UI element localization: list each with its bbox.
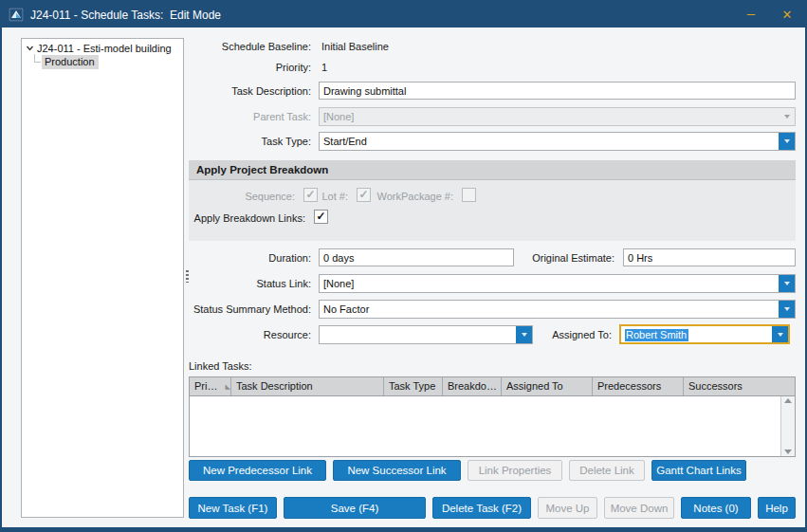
delete-link-button: Delete Link bbox=[569, 460, 645, 481]
apply-project-breakdown-header: Apply Project Breakdown bbox=[189, 160, 796, 180]
column-header-successors[interactable]: Successors bbox=[684, 377, 795, 395]
tree-node-production-label: Production bbox=[42, 55, 99, 69]
parent-task-combo: [None] bbox=[319, 107, 796, 126]
save-button[interactable]: Save (F4) bbox=[284, 497, 426, 519]
resource-dropdown-icon[interactable] bbox=[516, 326, 532, 343]
notes-button[interactable]: Notes (0) bbox=[681, 497, 751, 519]
priority-value: 1 bbox=[321, 62, 327, 73]
apply-breakdown-links-checkbox[interactable]: ✓ bbox=[314, 210, 328, 224]
minimize-button[interactable]: – bbox=[733, 2, 769, 28]
task-tree-panel: J24-011 - Esti-model building Production bbox=[21, 38, 184, 518]
column-header-breakdown[interactable]: Breakdo… bbox=[443, 377, 502, 395]
apply-project-breakdown-body bbox=[189, 180, 796, 241]
resource-value bbox=[320, 326, 516, 343]
task-type-value: Start/End bbox=[320, 133, 779, 150]
column-header-predecessors[interactable]: Predecessors bbox=[593, 377, 684, 395]
status-summary-method-combo[interactable]: No Factor bbox=[319, 300, 796, 319]
original-estimate-label: Original Estimate: bbox=[532, 252, 614, 264]
delete-task-button[interactable]: Delete Task (F2) bbox=[432, 497, 531, 519]
assigned-to-label: Assigned To: bbox=[552, 329, 612, 340]
status-summary-method-dropdown-icon[interactable] bbox=[779, 301, 795, 318]
duration-label: Duration: bbox=[268, 252, 311, 264]
schedule-baseline-label: Schedule Baseline: bbox=[222, 41, 311, 52]
close-button[interactable]: ✕ bbox=[769, 2, 805, 28]
scrollbar-up-icon[interactable] bbox=[784, 398, 792, 403]
sequence-label: Sequence: bbox=[245, 191, 295, 202]
titlebar: J24-011 - Schedule Tasks: Edit Mode – ✕ bbox=[2, 2, 805, 28]
link-properties-button: Link Properties bbox=[468, 460, 562, 481]
schedule-tasks-dialog: J24-011 - Schedule Tasks: Edit Mode – ✕ … bbox=[0, 0, 807, 532]
parent-task-value: [None] bbox=[320, 108, 779, 125]
linked-tasks-table-body bbox=[190, 396, 795, 456]
panel-splitter-grip[interactable] bbox=[186, 270, 189, 283]
tree-node-root[interactable]: J24-011 - Esti-model building bbox=[22, 39, 183, 54]
apply-breakdown-links-label: Apply Breakdown Links: bbox=[194, 212, 305, 224]
new-successor-link-button[interactable]: New Successor Link bbox=[333, 460, 461, 481]
resource-label: Resource: bbox=[264, 329, 311, 340]
task-description-input[interactable] bbox=[319, 82, 796, 100]
assigned-to-value: Robert Smith bbox=[621, 326, 772, 342]
move-down-button: Move Down bbox=[604, 497, 674, 519]
parent-task-label: Parent Task: bbox=[253, 111, 311, 122]
task-type-dropdown-icon[interactable] bbox=[779, 133, 795, 150]
status-summary-method-label: Status Summary Method: bbox=[193, 303, 311, 315]
status-link-dropdown-icon[interactable] bbox=[779, 275, 795, 292]
resource-combo[interactable] bbox=[319, 325, 533, 344]
duration-input[interactable] bbox=[319, 248, 514, 266]
sort-icon: ◣ bbox=[225, 383, 229, 391]
task-description-label: Task Description: bbox=[231, 85, 311, 97]
lot-number-checkbox: ✓ bbox=[357, 188, 371, 202]
assigned-to-dropdown-icon[interactable] bbox=[772, 326, 788, 342]
parent-task-dropdown-icon bbox=[779, 108, 795, 125]
linked-tasks-empty-area bbox=[190, 396, 780, 456]
chevron-down-icon[interactable] bbox=[25, 44, 35, 53]
column-header-task-type[interactable]: Task Type bbox=[384, 377, 443, 395]
priority-label: Priority: bbox=[276, 62, 311, 73]
window-title: J24-011 - Schedule Tasks: Edit Mode bbox=[30, 9, 221, 22]
schedule-baseline-value: Initial Baseline bbox=[321, 41, 389, 52]
linked-tasks-label: Linked Tasks: bbox=[189, 360, 251, 372]
help-button[interactable]: Help bbox=[758, 497, 796, 519]
gantt-chart-links-button[interactable]: Gantt Chart Links bbox=[651, 460, 746, 481]
tree-node-production[interactable]: Production bbox=[34, 55, 183, 69]
new-predecessor-link-button[interactable]: New Predecessor Link bbox=[189, 460, 326, 481]
column-header-priority[interactable]: Pri…◣ bbox=[190, 377, 231, 395]
assigned-to-selected-text: Robert Smith bbox=[625, 329, 688, 341]
scrollbar-down-icon[interactable] bbox=[784, 449, 792, 454]
status-summary-method-value: No Factor bbox=[320, 301, 779, 318]
app-icon bbox=[9, 8, 24, 22]
task-type-combo[interactable]: Start/End bbox=[319, 132, 796, 151]
status-link-label: Status Link: bbox=[257, 278, 311, 289]
table-vertical-scrollbar[interactable] bbox=[780, 396, 795, 456]
status-link-value: [None] bbox=[320, 275, 779, 292]
assigned-to-combo[interactable]: Robert Smith bbox=[619, 324, 790, 344]
task-type-label: Task Type: bbox=[262, 136, 311, 147]
original-estimate-input[interactable] bbox=[623, 248, 796, 266]
status-link-combo[interactable]: [None] bbox=[319, 274, 796, 293]
workpackage-checkbox bbox=[462, 188, 476, 202]
lot-number-label: Lot #: bbox=[321, 191, 348, 202]
tree-node-root-label: J24-011 - Esti-model building bbox=[37, 43, 172, 54]
column-header-assigned-to[interactable]: Assigned To bbox=[502, 377, 593, 395]
column-header-task-description[interactable]: Task Description bbox=[231, 377, 384, 395]
tree-connector bbox=[34, 54, 41, 63]
workpackage-label: WorkPackage #: bbox=[376, 191, 453, 202]
new-task-button[interactable]: New Task (F1) bbox=[189, 497, 277, 519]
sequence-checkbox: ✓ bbox=[303, 188, 318, 202]
move-up-button: Move Up bbox=[538, 497, 597, 519]
linked-tasks-table: Pri…◣ Task Description Task Type Breakdo… bbox=[189, 376, 796, 457]
linked-tasks-table-header: Pri…◣ Task Description Task Type Breakdo… bbox=[190, 377, 795, 396]
